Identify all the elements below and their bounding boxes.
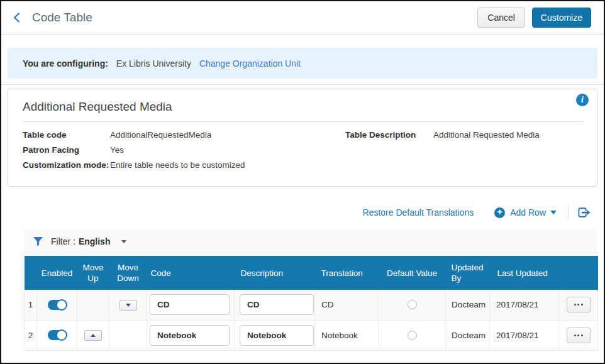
default-value-radio[interactable] <box>408 300 417 309</box>
plus-icon: + <box>494 207 505 218</box>
last-updated-value: 2017/08/21 <box>490 320 559 350</box>
table-description-value: Additional Requested Media <box>433 130 583 140</box>
row-actions-button[interactable] <box>567 328 591 343</box>
enabled-toggle[interactable] <box>48 300 66 310</box>
default-value-radio[interactable] <box>408 331 417 340</box>
description-input[interactable] <box>240 294 314 315</box>
chevron-down-icon <box>550 211 557 214</box>
table-description-label: Table Description <box>345 130 433 140</box>
customization-mode-label: Customization mode: <box>23 160 110 170</box>
description-input[interactable] <box>240 325 314 346</box>
code-table: Enabled Move Up Move Down Code Descripti… <box>24 256 598 351</box>
row-number: 2 <box>25 320 37 350</box>
translation-value: Notebook <box>315 320 379 350</box>
updated-by-value: Docteam <box>446 320 490 350</box>
col-move-up: Move Up <box>77 256 109 290</box>
page-title: Code Table <box>32 11 477 25</box>
col-move-down: Move Down <box>109 256 147 290</box>
table-code-label: Table code <box>23 130 110 140</box>
add-row-button[interactable]: + Add Row <box>494 207 557 218</box>
col-actions <box>559 256 598 290</box>
panel-title: Additional Requested Media <box>23 100 583 114</box>
customization-mode-value: Entire table needs to be customized <box>110 160 345 170</box>
table-header-row: Enabled Move Up Move Down Code Descripti… <box>25 256 598 290</box>
col-description: Description <box>235 256 315 290</box>
top-bar: Code Table Cancel Customize <box>1 1 604 35</box>
filter-chevron-down-icon[interactable] <box>121 240 126 243</box>
table-toolbar: Restore Default Translations + Add Row <box>1 206 591 219</box>
toolbar-divider <box>568 206 569 219</box>
organization-name: Ex Libris University <box>116 58 191 69</box>
table-row: 2 Notebook Docteam 2017/08/21 <box>25 320 598 350</box>
change-organization-link[interactable]: Change Organization Unit <box>199 58 301 69</box>
restore-default-translations-link[interactable]: Restore Default Translations <box>363 207 474 218</box>
filter-label: Filter : <box>51 236 75 246</box>
code-input[interactable] <box>150 325 230 346</box>
move-up-button[interactable] <box>84 330 102 341</box>
table-code-value: AdditionalRequestedMedia <box>110 130 345 140</box>
configuring-label: You are configuring: <box>23 58 108 69</box>
filter-icon[interactable] <box>33 236 43 246</box>
export-icon[interactable] <box>577 206 591 219</box>
section-divider <box>1 84 604 85</box>
row-number: 1 <box>25 290 37 320</box>
cancel-button[interactable]: Cancel <box>477 8 525 28</box>
filter-value[interactable]: English <box>79 236 111 246</box>
last-updated-value: 2017/08/21 <box>490 290 559 320</box>
col-updated-by: Updated By <box>446 256 490 290</box>
panel-divider <box>23 121 583 122</box>
col-translation: Translation <box>315 256 379 290</box>
panel-fields: Table code AdditionalRequestedMedia Tabl… <box>23 130 583 170</box>
patron-facing-value: Yes <box>110 145 345 155</box>
col-last-updated: Last Updated <box>490 256 559 290</box>
table-row: 1 CD Docteam 2017/08/21 <box>25 290 598 320</box>
info-icon[interactable]: i <box>576 94 589 106</box>
row-actions-button[interactable] <box>567 297 591 312</box>
translation-value: CD <box>315 290 379 320</box>
back-icon[interactable] <box>11 12 23 23</box>
col-code: Code <box>147 256 235 290</box>
col-row-number <box>25 256 37 290</box>
ellipsis-icon <box>574 304 576 306</box>
code-table-section: Filter : English Enabled Move Up Move Do… <box>24 229 597 351</box>
updated-by-value: Docteam <box>446 290 490 320</box>
patron-facing-label: Patron Facing <box>23 145 110 155</box>
configuring-banner: You are configuring: Ex Libris Universit… <box>8 48 597 79</box>
code-table-details-panel: i Additional Requested Media Table code … <box>8 89 597 187</box>
col-enabled: Enabled <box>37 256 77 290</box>
move-down-button[interactable] <box>119 300 137 311</box>
enabled-toggle[interactable] <box>48 330 66 340</box>
code-input[interactable] <box>150 294 230 315</box>
customize-button[interactable]: Customize <box>532 8 591 28</box>
filter-bar: Filter : English <box>24 229 597 254</box>
ellipsis-icon <box>574 334 576 336</box>
col-default-value: Default Value <box>379 256 446 290</box>
